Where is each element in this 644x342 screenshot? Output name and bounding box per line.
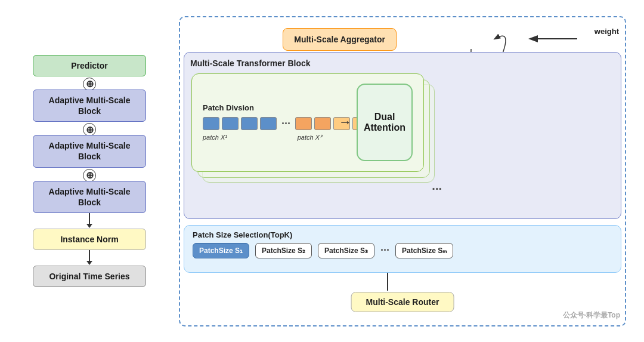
patch-block-blue-4 — [260, 117, 277, 130]
adaptive-block-2-label: Adaptive Multi-ScaleBlock — [49, 141, 131, 161]
instance-norm-box: Instance Norm — [33, 229, 146, 250]
plus-circle-1: ⊕ — [83, 78, 96, 91]
right-panel-outer: weight Multi-Scale Aggregator — [179, 16, 626, 326]
predictor-box: Predictor — [33, 55, 146, 76]
weight-label: weight — [595, 27, 619, 36]
patch-x1-label: patch X¹ — [203, 134, 227, 141]
adaptive-block-3: Adaptive Multi-ScaleBlock — [33, 181, 146, 213]
patch-block-orange-1 — [295, 117, 312, 130]
ms-aggregator-label: Multi-Scale Aggregator — [294, 35, 385, 44]
patch-division: Patch Divsion ··· — [203, 103, 334, 141]
ms-router-label: Multi-Scale Router — [366, 297, 439, 307]
patch-size-s2: PatchSize S₂ — [255, 243, 312, 258]
patch-size-dots: ··· — [380, 244, 389, 257]
patch-xp-label: patch Xᴾ — [298, 134, 322, 141]
predictor-label: Predictor — [71, 61, 107, 70]
patch-block-blue-1 — [203, 117, 219, 130]
patch-block-blue-3 — [241, 117, 258, 130]
adaptive-block-1: Adaptive Multi-ScaleBlock — [33, 90, 146, 122]
plus-circle-2: ⊕ — [83, 123, 96, 136]
ms-router-box: Multi-Scale Router — [351, 292, 454, 312]
patch-block-blue-2 — [222, 117, 239, 130]
plus-circle-3: ⊕ — [83, 169, 96, 182]
original-ts-box: Original Time Series — [33, 266, 146, 287]
patch-division-label: Patch Divsion — [203, 103, 254, 112]
ms-transformer-block: Multi-Scale Transformer Block Patch Divs… — [184, 52, 621, 219]
adaptive-block-2: Adaptive Multi-ScaleBlock — [33, 135, 146, 167]
stack-dots: ··· — [432, 182, 442, 196]
ms-transformer-label: Multi-Scale Transformer Block — [190, 58, 615, 68]
patch-card-front: Patch Divsion ··· — [191, 73, 424, 172]
patch-cards: Patch Divsion ··· — [191, 73, 454, 199]
dual-attention-box: DualAttention — [357, 84, 413, 161]
patch-size-sm: PatchSize Sₘ — [395, 243, 453, 258]
instance-norm-label: Instance Norm — [60, 235, 118, 244]
patch-block-orange-2 — [314, 117, 331, 130]
patch-size-selection-label: Patch Size Selection(TopK) — [193, 230, 612, 239]
dots-1: ··· — [281, 118, 290, 130]
dual-attention-label: DualAttention — [364, 112, 405, 133]
adaptive-block-1-label: Adaptive Multi-ScaleBlock — [49, 95, 131, 116]
patch-size-s1: PatchSize S₁ — [193, 243, 249, 258]
patch-size-s3: PatchSize S₃ — [318, 243, 374, 258]
adaptive-block-3-label: Adaptive Multi-ScaleBlock — [49, 187, 131, 207]
original-ts-label: Original Time Series — [49, 272, 129, 281]
patch-size-section: Patch Size Selection(TopK) PatchSize S₁ … — [184, 225, 621, 273]
watermark: 公众号·科学最Top — [563, 310, 620, 321]
ms-aggregator-box: Multi-Scale Aggregator — [283, 28, 397, 51]
left-panel: Predictor ⊕ Adaptive Multi-ScaleBlock ⊕ … — [18, 16, 161, 326]
patch-labels: patch X¹ patch Xᴾ — [203, 134, 322, 141]
arrow-right: → — [334, 115, 357, 130]
patch-size-row: PatchSize S₁ PatchSize S₂ PatchSize S₃ ·… — [193, 243, 612, 258]
